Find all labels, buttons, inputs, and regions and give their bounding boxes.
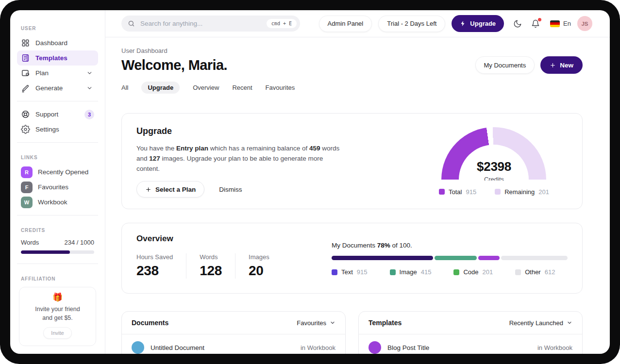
sidebar: USER Dashboard Templates Plan Generate S… bbox=[10, 10, 105, 354]
sidebar-item-label: Plan bbox=[35, 69, 49, 77]
user-avatar[interactable]: JS bbox=[577, 16, 592, 31]
link-letter-avatar: R bbox=[21, 166, 33, 178]
dark-mode-toggle[interactable] bbox=[513, 19, 522, 28]
admin-panel-button[interactable]: Admin Panel bbox=[319, 16, 372, 32]
tab-overview[interactable]: Overview bbox=[193, 82, 219, 94]
generate-pencil-icon bbox=[21, 83, 30, 93]
bar-segment-code bbox=[478, 256, 500, 260]
sidebar-section-links: LINKS bbox=[21, 155, 94, 160]
search-bar[interactable]: cmd + E bbox=[121, 16, 300, 32]
legend-swatch bbox=[390, 269, 396, 275]
sidebar-link-workbook[interactable]: W Workbook bbox=[17, 195, 98, 210]
overview-stats: Hours Saved 238 Words 128 Images 20 bbox=[136, 253, 332, 279]
lightning-icon bbox=[460, 20, 466, 27]
dismiss-button[interactable]: Dismiss bbox=[219, 186, 242, 193]
sidebar-divider bbox=[17, 215, 98, 215]
notifications-button[interactable] bbox=[531, 19, 540, 28]
my-documents-button[interactable]: My Documents bbox=[475, 56, 535, 74]
credits-progress-fill bbox=[21, 250, 70, 254]
template-title: Blog Post Title bbox=[387, 344, 531, 351]
tab-recent[interactable]: Recent bbox=[232, 82, 252, 94]
credits-gauge-value: $2398 bbox=[459, 159, 529, 174]
sidebar-item-label: Templates bbox=[35, 54, 67, 62]
plan-wallet-icon bbox=[21, 68, 30, 78]
sidebar-section-affiliation: AFFILIATION bbox=[21, 276, 94, 281]
documents-filter-dropdown[interactable]: Favourites bbox=[297, 319, 335, 327]
sidebar-divider bbox=[17, 101, 98, 101]
chevron-down-icon bbox=[330, 320, 335, 326]
trial-status-badge[interactable]: Trial - 2 Days Left bbox=[378, 16, 445, 32]
header-actions: My Documents New bbox=[475, 56, 583, 74]
notification-dot bbox=[538, 18, 541, 21]
invite-button[interactable]: Invite bbox=[43, 327, 71, 339]
chevron-down-icon bbox=[85, 70, 94, 76]
upgrade-card-left: Upgrade You have the Entry plan which ha… bbox=[136, 126, 369, 196]
overview-card: Overview Hours Saved 238 Words 128 Image… bbox=[121, 223, 583, 294]
link-letter-avatar: W bbox=[21, 197, 33, 208]
link-letter-avatar: F bbox=[21, 182, 33, 193]
credits-value: 234 / 1000 bbox=[65, 239, 94, 246]
documents-card-header: Documents Favourites bbox=[122, 312, 345, 334]
new-button[interactable]: New bbox=[540, 56, 583, 74]
legend-item-image: Image 415 bbox=[390, 268, 432, 276]
documents-card-title: Documents bbox=[132, 319, 168, 327]
page-header-row: Welcome, Maria. My Documents New bbox=[121, 56, 583, 74]
sidebar-divider bbox=[17, 142, 98, 143]
dashboard-grid-icon bbox=[21, 38, 30, 48]
tab-favourites[interactable]: Favourites bbox=[266, 82, 295, 94]
german-flag-icon[interactable] bbox=[550, 20, 560, 27]
select-plan-button[interactable]: Select a Plan bbox=[136, 181, 204, 198]
upgrade-button[interactable]: Upgrade bbox=[452, 15, 504, 32]
documents-card: Documents Favourites Untitled Document i… bbox=[121, 311, 346, 354]
sidebar-item-settings[interactable]: Settings bbox=[17, 122, 98, 137]
sidebar-item-label: Settings bbox=[35, 126, 59, 133]
sidebar-link-label: Favourites bbox=[38, 183, 68, 191]
template-list-item[interactable]: Blog Post Title in Workbook bbox=[359, 334, 582, 354]
sidebar-link-recently-opened[interactable]: R Recently Opened bbox=[17, 165, 98, 180]
language-label[interactable]: En bbox=[563, 20, 571, 27]
sidebar-item-support[interactable]: Support 3 bbox=[17, 107, 98, 122]
sidebar-link-favourites[interactable]: F Favourites bbox=[17, 180, 98, 195]
search-icon bbox=[128, 20, 135, 27]
support-lifebuoy-icon bbox=[21, 110, 30, 119]
upgrade-card-actions: Select a Plan Dismiss bbox=[136, 181, 369, 198]
credits-gauge-block: $2398 Credits Total 915 Remaining bbox=[439, 126, 549, 196]
legend-item-text: Text 915 bbox=[332, 268, 368, 276]
tab-all[interactable]: All bbox=[121, 82, 128, 94]
main-area: cmd + E Admin Panel Trial - 2 Days Left … bbox=[105, 10, 610, 354]
app-window: USER Dashboard Templates Plan Generate S… bbox=[10, 10, 610, 354]
legend-item-other: Other 612 bbox=[515, 268, 555, 276]
sidebar-item-templates[interactable]: Templates bbox=[17, 50, 98, 66]
bar-legend: Text 915 Image 415 Code 201 bbox=[332, 268, 568, 276]
bar-segment-remainder bbox=[501, 256, 568, 260]
chevron-down-icon bbox=[567, 320, 572, 326]
overview-card-left: Overview Hours Saved 238 Words 128 Image… bbox=[136, 234, 332, 281]
document-location: in Workbook bbox=[301, 344, 335, 351]
upgrade-card-body: You have the Entry plan which has a rema… bbox=[136, 143, 346, 174]
bottom-cards-row: Documents Favourites Untitled Document i… bbox=[121, 311, 583, 354]
templates-card: Templates Recently Launched Blog Post Ti… bbox=[358, 311, 583, 354]
upgrade-card: Upgrade You have the Entry plan which ha… bbox=[121, 113, 583, 209]
legend-swatch bbox=[453, 269, 459, 275]
documents-progress-label: My Documents 78% of 100. bbox=[332, 242, 568, 249]
content-area: User Dashboard Welcome, Maria. My Docume… bbox=[105, 37, 610, 354]
sidebar-item-plan[interactable]: Plan bbox=[17, 66, 98, 81]
bar-segment-image bbox=[435, 256, 477, 260]
stat-words: Words 128 bbox=[200, 253, 235, 279]
affiliation-text: Invite your friend and get $5. bbox=[23, 305, 92, 322]
filter-tabs: All Upgrade Overview Recent Favourites bbox=[121, 82, 583, 94]
stat-images: Images 20 bbox=[249, 253, 283, 279]
search-input[interactable] bbox=[139, 19, 262, 28]
legend-item-code: Code 201 bbox=[453, 268, 493, 276]
document-list-item[interactable]: Untitled Document in Workbook bbox=[122, 334, 345, 354]
credits-gauge-label: Credits bbox=[459, 176, 529, 181]
gauge-legend: Total 915 Remaining 201 bbox=[439, 188, 549, 196]
tab-upgrade[interactable]: Upgrade bbox=[141, 82, 180, 94]
templates-filter-dropdown[interactable]: Recently Launched bbox=[509, 319, 572, 327]
credits-type-label: Words bbox=[21, 239, 39, 246]
search-shortcut-badge: cmd + E bbox=[267, 19, 297, 28]
document-avatar bbox=[132, 341, 144, 354]
sidebar-item-generate[interactable]: Generate bbox=[17, 81, 98, 96]
sidebar-item-dashboard[interactable]: Dashboard bbox=[17, 35, 98, 50]
stat-hours-saved: Hours Saved 238 bbox=[136, 253, 186, 279]
